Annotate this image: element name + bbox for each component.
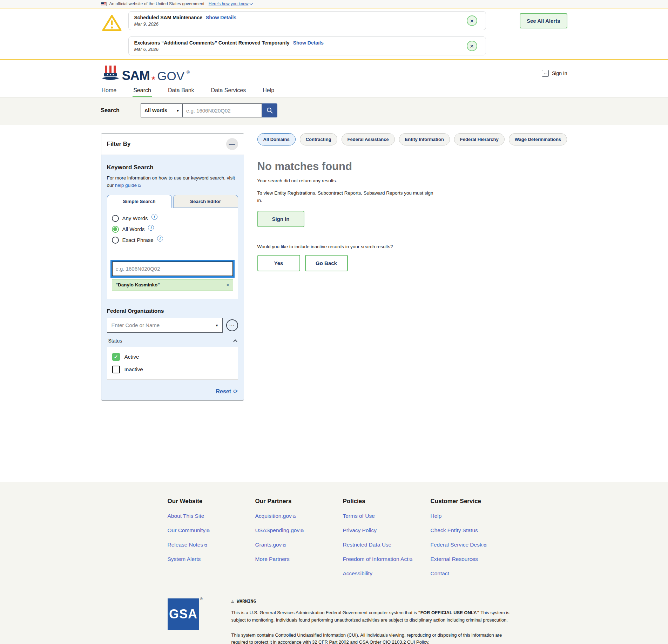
federal-organizations-combobox[interactable]: Enter Code or Name ▾: [107, 318, 223, 333]
external-link-icon: ⧉: [204, 543, 207, 548]
caret-down-icon: ▾: [177, 108, 179, 113]
search-submit-button[interactable]: [262, 103, 277, 117]
tab-search-editor[interactable]: Search Editor: [173, 195, 238, 208]
status-options-box: ✓ Active Inactive: [107, 347, 238, 380]
domain-tab-federal-assistance[interactable]: Federal Assistance: [342, 133, 395, 145]
external-link-icon: ⧉: [293, 514, 296, 519]
keyword-search-heading: Keyword Search: [107, 164, 238, 171]
warning-icon: ⚠: [231, 598, 234, 604]
alert-title: Scheduled SAM Maintenance: [134, 15, 202, 20]
chip-remove-icon[interactable]: ×: [226, 282, 229, 288]
active-checkbox[interactable]: ✓: [112, 353, 120, 361]
help-guide-link[interactable]: help guide⧉: [115, 183, 141, 188]
reset-filters-link[interactable]: Reset⟳: [216, 388, 238, 394]
main-content: Filter By — Keyword Search For more info…: [0, 125, 668, 482]
caret-down-icon: ▾: [216, 323, 218, 328]
domain-tab-contracting[interactable]: Contracting: [300, 133, 337, 145]
footer-link-system-alerts[interactable]: System Alerts: [168, 556, 255, 562]
top-search-input[interactable]: [183, 103, 262, 117]
no-matches-title: No matches found: [257, 160, 567, 173]
info-icon[interactable]: i: [151, 214, 157, 220]
alert-close-button[interactable]: ✕: [467, 41, 477, 51]
footer-link-check-entity-status[interactable]: Check Entity Status: [431, 527, 518, 534]
footer-link-our-community[interactable]: Our Community⧉: [168, 527, 255, 534]
footer-link-external-resources[interactable]: External Resources: [431, 556, 518, 562]
domain-tab-all-domains[interactable]: All Domains: [257, 133, 296, 145]
footer-column-our-website: Our Website About This Site Our Communit…: [168, 498, 255, 577]
chevron-down-icon: [250, 1, 253, 5]
show-details-link[interactable]: Show Details: [206, 15, 236, 20]
inactive-checkbox[interactable]: [112, 366, 120, 373]
warning-paragraph-1: This is a U.S. General Services Administ…: [231, 609, 519, 624]
footer-link-privacy-policy[interactable]: Privacy Policy: [343, 527, 431, 534]
sam-gov-logo[interactable]: SAM★GOV®: [101, 65, 190, 81]
go-back-button[interactable]: Go Back: [305, 255, 348, 271]
alert-card: Exclusions “Additional Comments” Content…: [128, 36, 486, 55]
footer-heading: Customer Service: [431, 498, 518, 505]
more-options-button[interactable]: ...: [226, 319, 238, 331]
footer-link-release-notes[interactable]: Release Notes⧉: [168, 542, 255, 548]
footer-column-policies: Policies Terms of Use Privacy Policy Res…: [343, 498, 431, 577]
collapse-filters-button[interactable]: —: [226, 138, 238, 150]
nav-item-data-bank[interactable]: Data Bank: [167, 84, 195, 97]
info-icon[interactable]: i: [148, 225, 154, 231]
domain-tab-federal-hierarchy[interactable]: Federal Hierarchy: [454, 133, 505, 145]
external-link-icon: ⧉: [409, 557, 412, 562]
results-column: All Domains Contracting Federal Assistan…: [257, 133, 567, 271]
radio-exact-phrase[interactable]: [112, 237, 119, 244]
warning-block: ⚠ WARNING This is a U.S. General Service…: [231, 598, 519, 644]
search-icon: [266, 107, 273, 114]
search-mode-select[interactable]: All Words ▾: [141, 103, 183, 117]
minus-icon: —: [229, 141, 235, 148]
how-you-know-link[interactable]: Here's how you know: [209, 1, 253, 6]
site-footer: Our Website About This Site Our Communit…: [0, 482, 668, 644]
footer-link-grants-gov[interactable]: Grants.gov⧉: [255, 542, 343, 548]
keyword-search-input[interactable]: [112, 262, 233, 276]
footer-link-more-partners[interactable]: More Partners: [255, 556, 343, 562]
footer-link-freedom-of-information-act[interactable]: Freedom of Information Act⧉: [343, 556, 431, 562]
logo-star-icon: ★: [151, 75, 156, 81]
sign-in-button[interactable]: Sign In: [257, 211, 304, 227]
see-all-alerts-button[interactable]: See All Alerts: [520, 13, 567, 28]
search-label: Search: [101, 107, 120, 114]
footer-link-help[interactable]: Help: [431, 513, 518, 519]
footer-link-contact[interactable]: Contact: [431, 570, 518, 577]
show-details-link[interactable]: Show Details: [293, 40, 324, 46]
ellipsis-icon: ...: [229, 321, 235, 327]
status-section-toggle[interactable]: Status: [107, 338, 238, 344]
external-link-icon: ⧉: [484, 543, 487, 548]
site-header: SAM★GOV® ← Sign In: [0, 60, 668, 84]
header-sign-in-link[interactable]: ← Sign In: [542, 70, 567, 77]
yes-button[interactable]: Yes: [257, 255, 300, 271]
footer-link-terms-of-use[interactable]: Terms of Use: [343, 513, 431, 519]
footer-link-about-this-site[interactable]: About This Site: [168, 513, 255, 519]
main-nav: Home Search Data Bank Data Services Help: [0, 84, 668, 97]
sign-in-required-text: To view Entity Registrations, Subcontrac…: [257, 190, 434, 204]
sign-in-icon: ←: [542, 70, 549, 77]
footer-link-usaspending-gov[interactable]: USASpending.gov⧉: [255, 527, 343, 534]
nav-item-help[interactable]: Help: [262, 84, 275, 97]
info-icon[interactable]: i: [157, 236, 163, 242]
footer-heading: Our Website: [168, 498, 255, 505]
nav-item-home[interactable]: Home: [101, 84, 117, 97]
footer-column-our-partners: Our Partners Acquisition.gov⧉ USASpendin…: [255, 498, 343, 577]
footer-heading: Policies: [343, 498, 431, 505]
domain-tab-entity-information[interactable]: Entity Information: [399, 133, 450, 145]
nav-item-search[interactable]: Search: [133, 84, 152, 97]
footer-heading: Our Partners: [255, 498, 343, 505]
domain-tab-wage-determinations[interactable]: Wage Determinations: [509, 133, 567, 145]
footer-link-federal-service-desk[interactable]: Federal Service Desk⧉: [431, 542, 518, 548]
footer-link-restricted-data-use[interactable]: Restricted Data Use: [343, 542, 431, 548]
gov-banner: An official website of the United States…: [0, 0, 668, 8]
domain-tabs: All Domains Contracting Federal Assistan…: [257, 133, 567, 145]
tab-simple-search[interactable]: Simple Search: [107, 195, 172, 208]
footer-link-acquisition-gov[interactable]: Acquisition.gov⧉: [255, 513, 343, 519]
radio-any-words[interactable]: [112, 215, 119, 222]
external-link-icon: ⧉: [301, 528, 304, 533]
footer-link-accessibility[interactable]: Accessibility: [343, 570, 431, 577]
radio-all-words[interactable]: [112, 226, 119, 233]
alert-close-button[interactable]: ✕: [467, 15, 477, 26]
warning-title: WARNING: [237, 598, 256, 604]
filter-panel: Filter By — Keyword Search For more info…: [101, 133, 244, 401]
nav-item-data-services[interactable]: Data Services: [210, 84, 247, 97]
